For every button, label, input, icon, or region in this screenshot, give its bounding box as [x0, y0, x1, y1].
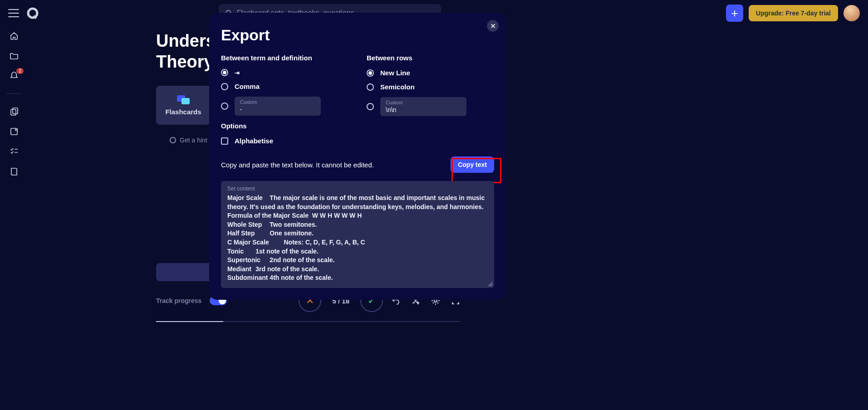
svg-rect-4 — [11, 109, 16, 115]
radio-custom-term[interactable] — [221, 102, 228, 110]
avatar[interactable] — [843, 5, 860, 21]
rail-separator — [6, 93, 22, 94]
resize-handle-icon[interactable] — [488, 282, 492, 286]
book-icon[interactable] — [9, 166, 19, 176]
bulb-icon — [170, 137, 176, 143]
radio-newline-label: New Line — [380, 69, 410, 77]
track-label: Track progress — [156, 297, 201, 304]
alphabetise-label: Alphabetise — [235, 137, 273, 145]
set-content-box[interactable]: Set content Major Scale The major scale … — [221, 181, 494, 288]
radio-comma[interactable]: Comma — [221, 83, 348, 90]
set-content-text: Major Scale The major scale is one of th… — [227, 194, 488, 283]
folder-icon[interactable] — [9, 51, 19, 61]
copy-text-button[interactable]: Copy text — [451, 156, 494, 173]
tab-flashcards[interactable]: Flashcards — [156, 86, 211, 125]
cards-icon[interactable] — [9, 107, 19, 117]
notification-badge: 2 — [16, 68, 24, 74]
custom-term-input[interactable]: Custom - — [235, 97, 321, 116]
notes-icon[interactable] — [9, 127, 19, 137]
section-options: Options — [221, 122, 348, 130]
radio-custom-row[interactable] — [367, 103, 374, 110]
radio-tab[interactable]: ⇥ — [221, 69, 348, 76]
radio-icon — [221, 69, 228, 76]
radio-icon — [367, 69, 374, 77]
radio-comma-label: Comma — [235, 83, 260, 90]
export-modal: ✕ Export Between term and definition ⇥ C… — [209, 13, 506, 300]
radio-semicolon-label: Semicolon — [380, 83, 415, 91]
bell-icon[interactable]: 2 — [9, 71, 19, 81]
radio-icon — [221, 83, 228, 90]
section-between-rows: Between rows — [367, 54, 494, 62]
home-icon[interactable] — [9, 31, 19, 41]
checklist-icon[interactable] — [9, 146, 19, 156]
create-button[interactable]: + — [726, 5, 743, 22]
checkbox-icon — [221, 137, 228, 145]
section-between-term: Between term and definition — [221, 54, 348, 62]
progress-line — [156, 321, 460, 322]
modal-title: Export — [221, 26, 494, 44]
custom-row-input[interactable]: Custom \n\n — [380, 97, 466, 116]
radio-newline[interactable]: New Line — [367, 69, 494, 77]
upgrade-button[interactable]: Upgrade: Free 7-day trial — [749, 5, 838, 21]
close-button[interactable]: ✕ — [487, 20, 499, 32]
menu-button[interactable] — [8, 9, 19, 17]
checkbox-alphabetise[interactable]: Alphabetise — [221, 137, 348, 145]
set-content-label: Set content — [227, 185, 488, 192]
logo-icon[interactable] — [25, 6, 40, 20]
svg-rect-5 — [13, 108, 18, 114]
hint-text: Get a hint — [180, 137, 207, 144]
copy-description: Copy and paste the text below. It cannot… — [221, 161, 374, 169]
radio-semicolon[interactable]: Semicolon — [367, 83, 494, 91]
tab-flashcards-label: Flashcards — [165, 108, 201, 116]
flashcards-icon — [177, 95, 190, 104]
radio-icon — [367, 83, 374, 91]
radio-tab-label: ⇥ — [235, 69, 240, 76]
